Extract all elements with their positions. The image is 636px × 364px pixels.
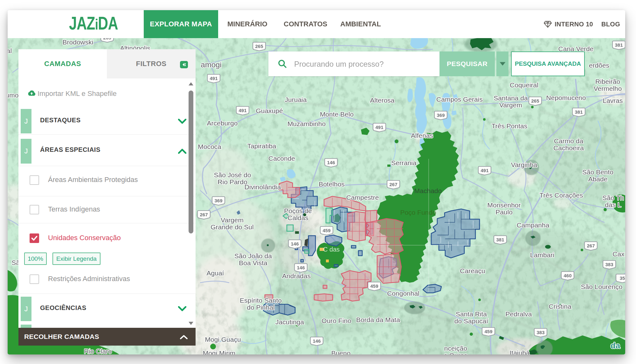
svg-text:Boa Vista: Boa Vista [239,259,267,266]
svg-text:267: 267 [200,212,208,217]
svg-text:Bueno: Bueno [331,349,351,354]
svg-text:265: 265 [103,38,111,40]
svg-text:Lambari: Lambari [530,251,554,259]
svg-text:146: 146 [297,265,305,270]
svg-text:459: 459 [370,283,378,289]
svg-text:265: 265 [531,98,539,104]
svg-text:C das: C das [323,246,340,253]
svg-text:146: 146 [327,160,335,165]
svg-text:383: 383 [536,330,544,335]
svg-text:Itajubá: Itajubá [509,349,529,354]
svg-text:São Lourenço: São Lourenço [581,283,623,290]
svg-text:Mococa: Mococa [198,143,221,150]
svg-text:Careaçu: Careaçu [460,267,485,274]
svg-text:Caldas: Caldas [287,214,308,221]
svg-text:Rio Claro: Rio Claro [84,347,112,354]
svg-text:369: 369 [437,112,445,118]
svg-text:São Bento: São Bento [582,168,613,176]
svg-text:Santana da: Santana da [494,94,528,102]
svg-text:491: 491 [480,168,488,173]
svg-text:Ouro Fino: Ouro Fino [321,317,351,324]
svg-text:Cax: Cax [612,250,625,258]
svg-text:Vermelho: Vermelho [594,85,622,92]
svg-text:Tapiratiba: Tapiratiba [247,142,276,150]
svg-text:Nepomuceno: Nepomuceno [546,94,586,101]
svg-text:265: 265 [255,44,263,49]
svg-text:Juruaia: Juruaia [285,96,307,103]
svg-text:491: 491 [238,108,246,113]
svg-text:Cristina: Cristina [549,303,571,310]
svg-text:Espírito Santo: Espírito Santo [240,297,282,304]
svg-text:Machado: Machado [414,187,442,194]
svg-text:Muzambinho: Muzambinho [287,120,326,127]
svg-text:381: 381 [496,237,504,242]
svg-text:Monte Belo: Monte Belo [320,111,354,118]
svg-text:381: 381 [575,109,583,115]
svg-text:nceição: nceição [444,345,467,352]
svg-text:umo: umo [8,91,18,99]
svg-text:146: 146 [313,338,321,344]
svg-text:Alterosa: Alterosa [370,97,394,104]
svg-text:Grande do Sul: Grande do Sul [211,223,253,231]
svg-text:São José do: São José do [214,171,251,179]
svg-text:Andradas: Andradas [282,272,311,280]
svg-text:35: 35 [620,275,625,281]
svg-text:Poço Fundo: Poço Fundo [400,209,436,216]
svg-text:Arceburgo: Arceburgo [207,119,238,127]
svg-text:Vargem: Vargem [499,101,522,109]
svg-text:Campos Gerais: Campos Gerais [436,96,483,103]
svg-text:São João da: São João da [234,252,272,260]
svg-text:das L: das L [605,201,621,208]
svg-text:Monsenhor: Monsenhor [487,201,521,209]
svg-text:Ribeirão: Ribeirão [595,78,620,85]
svg-text:Santa Rita: Santa Rita [456,310,487,318]
svg-text:146: 146 [291,241,299,246]
svg-text:Mogi Mirim: Mogi Mirim [203,349,236,354]
svg-text:491: 491 [210,76,218,81]
svg-text:do Pinhal: do Pinhal [247,304,275,311]
svg-text:São Th: São Th [602,194,624,201]
svg-text:do Sapucaí: do Sapucaí [454,317,488,325]
svg-text:Campestre: Campestre [346,194,379,201]
svg-text:da: da [611,341,620,350]
svg-text:Alfenas: Alfenas [411,132,433,139]
svg-text:267: 267 [389,182,397,187]
svg-text:459: 459 [322,228,330,233]
svg-text:Congonhal: Congonhal [387,290,419,297]
svg-text:s Ouros: s Ouros [444,352,467,354]
svg-text:Três Corações: Três Corações [540,192,583,199]
svg-text:267: 267 [587,243,595,248]
svg-text:Coqueiral: Coqueiral [510,81,538,89]
svg-text:JAZiDA: JAZiDA [69,16,118,33]
svg-text:Varginha: Varginha [511,161,537,168]
svg-text:460: 460 [563,273,571,278]
svg-text:Carmo da: Carmo da [554,137,584,145]
svg-text:Três Pontas: Três Pontas [492,122,527,130]
svg-text:383: 383 [605,262,613,267]
svg-text:Poços de: Poços de [284,207,312,214]
svg-text:amogi: amogi [201,60,221,69]
svg-text:Guaxupé: Guaxupé [256,107,283,114]
svg-text:Cachoeira: Cachoeira [553,144,584,152]
svg-text:Aguaí: Aguaí [207,269,224,277]
svg-text:Caconde: Caconde [268,155,295,162]
svg-text:Jacutinga: Jacutinga [275,318,304,326]
svg-text:Rio Pardo: Rio Pardo [218,178,247,185]
svg-text:459: 459 [484,329,492,334]
svg-text:Paulo: Paulo [495,208,513,216]
svg-text:Mogi Guaçu: Mogi Guaçu [205,336,241,343]
svg-text:Brodowski: Brodowski [63,38,93,46]
svg-text:Campanha: Campanha [517,221,550,229]
svg-text:Lavras: Lavras [603,97,623,104]
svg-text:Borda da Mata: Borda da Mata [356,316,400,323]
svg-text:al: al [8,47,12,54]
svg-text:Vargem: Vargem [221,216,244,224]
svg-text:381: 381 [615,42,623,48]
svg-text:Botelhos: Botelhos [319,180,345,188]
svg-text:Abade: Abade [588,175,608,183]
svg-text:Pedralva: Pedralva [506,310,532,318]
svg-text:491: 491 [375,125,383,130]
svg-text:Divinolândia: Divinolândia [245,183,281,191]
svg-text:369: 369 [214,198,222,203]
svg-text:Serrania: Serrania [391,159,417,166]
